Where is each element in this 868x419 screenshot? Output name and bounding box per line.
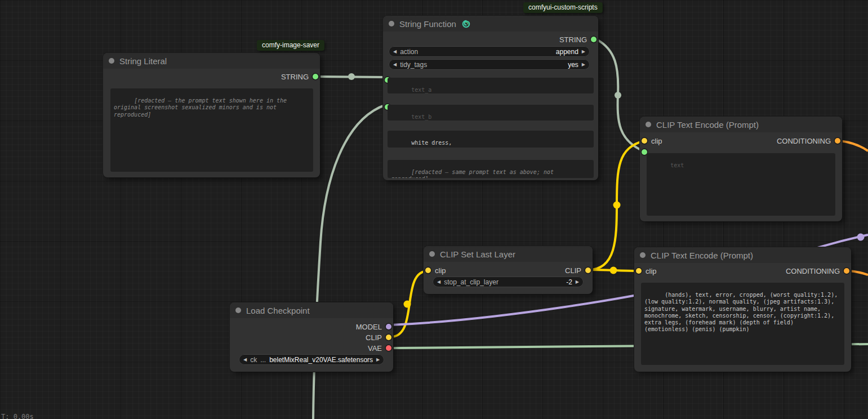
node-title-bar[interactable]: CLIP Set Last Layer [424, 246, 593, 262]
increment-arrow-icon[interactable]: ▶ [376, 358, 380, 362]
collapse-dot-icon[interactable] [389, 21, 394, 26]
node-title-bar[interactable]: CLIP Text Encode (Prompt) [640, 117, 842, 132]
conditioning-output-dot[interactable] [835, 138, 840, 144]
output-slot-clip: CLIP [424, 266, 593, 275]
slot-label: STRING [559, 35, 587, 44]
placeholder-text: text_b [411, 114, 431, 120]
text-b-textarea[interactable]: text_b [388, 105, 594, 121]
slot-label: CLIP [565, 266, 581, 275]
node-title-bar[interactable]: String Literal [103, 53, 320, 69]
decrement-arrow-icon[interactable]: ◀ [393, 63, 397, 67]
node-clip-text-encode-bottom[interactable]: CLIP Text Encode (Prompt) clip CONDITION… [634, 247, 851, 372]
slot-label: CONDITIONING [777, 137, 831, 145]
text-textarea[interactable]: text [647, 153, 835, 216]
redacted-prompt-text: [redacted — same prompt text as above; n… [391, 169, 557, 178]
output-slot-model: MODEL [230, 322, 393, 331]
slot-label: MODEL [356, 323, 382, 331]
slot-label: CONDITIONING [786, 267, 840, 275]
widget-action[interactable]: ◀ action append ▶ [389, 46, 590, 57]
redacted-prompt-text: [redacted — the prompt text shown here i… [114, 97, 290, 117]
negative-prompt-textarea[interactable]: (hands), text, error, cropped, (worst qu… [641, 283, 844, 365]
wire-midpoint-dot[interactable] [615, 92, 621, 99]
wire-conditioning-bottom-offscreen [849, 271, 868, 275]
widget-label: stop_at_clip_layer [444, 278, 498, 286]
text-d-textarea[interactable]: [redacted — same prompt text as above; n… [388, 160, 594, 178]
execution-timer: T: 0.00s [1, 413, 34, 419]
wire-midpoint-dot[interactable] [857, 234, 865, 241]
text-a-textarea[interactable]: text_a [388, 78, 594, 93]
node-string-function[interactable]: String Function STRING ◀ action append ▶… [383, 16, 598, 180]
wire-offscreen-to-text-b [313, 105, 386, 419]
wire-midpoint-dot[interactable] [348, 73, 355, 80]
collapse-dot-icon[interactable] [429, 251, 435, 257]
output-slot-conditioning: CONDITIONING [640, 136, 842, 145]
string-literal-textarea[interactable]: [redacted — the prompt text shown here i… [110, 88, 313, 172]
node-title-bar[interactable]: Load Checkpoint [230, 302, 393, 318]
text-c-textarea[interactable]: white dress, [388, 131, 594, 148]
widget-label: tidy_tags [400, 61, 427, 69]
clip-output-dot[interactable] [585, 268, 591, 273]
vae-output-dot[interactable] [386, 345, 391, 351]
node-title: CLIP Set Last Layer [440, 249, 515, 259]
output-slot-string: STRING [103, 72, 320, 81]
decrement-arrow-icon[interactable]: ◀ [437, 280, 440, 284]
slot-label: STRING [281, 73, 309, 81]
widget-label: action [400, 48, 418, 56]
negative-prompt-text: (hands), text, error, cropped, (worst qu… [644, 292, 841, 332]
widget-value: append [556, 48, 578, 56]
pysssss-swirl-icon [461, 19, 471, 29]
slot-label: CLIP [366, 333, 382, 342]
node-clip-set-last-layer[interactable]: CLIP Set Last Layer clip CLIP ◀ stop_at_… [424, 246, 593, 294]
widget-tidy-tags[interactable]: ◀ tidy_tags yes ▶ [389, 59, 590, 70]
node-title: CLIP Text Encode (Prompt) [656, 120, 759, 130]
widget-value: yes [568, 61, 578, 69]
node-title: Load Checkpoint [246, 306, 310, 315]
clip-output-dot[interactable] [386, 335, 391, 340]
node-title: String Function [399, 19, 456, 29]
wire-conditioning-top-offscreen [839, 141, 868, 151]
text-c-value: white dress, [411, 140, 452, 146]
collapse-dot-icon[interactable] [109, 58, 114, 64]
decrement-arrow-icon[interactable]: ◀ [243, 358, 247, 362]
conditioning-output-dot[interactable] [844, 268, 849, 274]
placeholder-text: text [670, 162, 684, 168]
increment-arrow-icon[interactable]: ▶ [582, 63, 585, 67]
wire-midpoint-dot[interactable] [613, 202, 621, 209]
widget-value: beletMixReal_v20VAE.safetensors [269, 356, 373, 364]
collapse-dot-icon[interactable] [646, 122, 651, 127]
collapse-dot-icon[interactable] [640, 252, 646, 258]
slot-label: VAE [368, 344, 382, 353]
widget-ckpt-name[interactable]: ◀ ck ... beletMixReal_v20VAE.safetensors… [239, 354, 384, 365]
decrement-arrow-icon[interactable]: ◀ [393, 50, 397, 54]
node-string-literal[interactable]: String Literal STRING [redacted — the pr… [103, 53, 320, 177]
increment-arrow-icon[interactable]: ▶ [576, 280, 579, 284]
placeholder-text: text_a [411, 87, 431, 93]
output-slot-clip: CLIP [230, 333, 393, 342]
badge-comfy-image-saver: comfy-image-saver [257, 40, 324, 51]
node-title: CLIP Text Encode (Prompt) [651, 251, 753, 260]
node-graph-canvas[interactable]: comfy-image-saver comfyui-custom-scripts… [0, 0, 868, 419]
node-title-bar[interactable]: String Function [383, 16, 598, 32]
output-slot-conditioning: CONDITIONING [634, 266, 851, 275]
collapse-dot-icon[interactable] [235, 307, 241, 313]
wire-midpoint-dot[interactable] [610, 267, 617, 274]
output-slot-vae: VAE [230, 344, 393, 353]
string-output-dot[interactable] [591, 37, 597, 42]
widget-value: -2 [566, 278, 572, 286]
node-title: String Literal [119, 56, 167, 66]
output-slot-string: STRING [383, 35, 598, 44]
node-clip-text-encode-top[interactable]: CLIP Text Encode (Prompt) clip CONDITION… [640, 117, 842, 221]
string-output-dot[interactable] [313, 74, 318, 79]
badge-comfyui-custom-scripts: comfyui-custom-scripts [523, 2, 603, 13]
wire-midpoint-dot[interactable] [404, 301, 411, 308]
widget-label: ck [250, 356, 257, 364]
widget-stop-at-clip-layer[interactable]: ◀ stop_at_clip_layer -2 ▶ [433, 277, 584, 287]
node-title-bar[interactable]: CLIP Text Encode (Prompt) [634, 247, 851, 263]
model-output-dot[interactable] [386, 324, 391, 329]
label-ellipsis: ... [260, 356, 266, 364]
increment-arrow-icon[interactable]: ▶ [582, 50, 585, 54]
node-load-checkpoint[interactable]: Load Checkpoint MODEL CLIP VAE ◀ ck ... … [230, 302, 393, 372]
